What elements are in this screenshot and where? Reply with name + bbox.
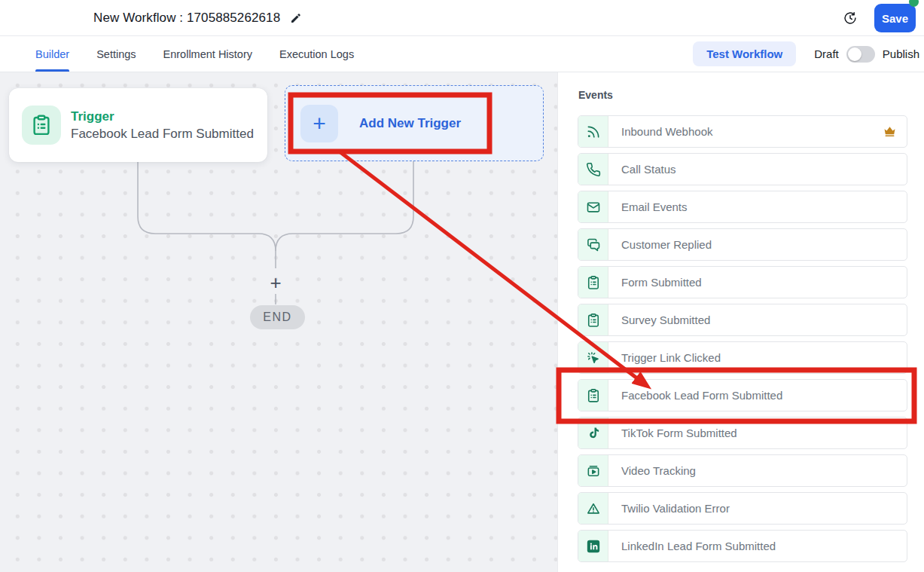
events-header: Events [578,89,924,101]
trigger-card-title: Trigger [71,109,254,124]
test-workflow-button[interactable]: Test Workflow [693,41,796,66]
event-item-label: Twilio Validation Error [621,502,730,515]
pencil-icon[interactable] [290,12,302,24]
events-sidebar: Events Inbound WebhookCall StatusEmail E… [557,72,924,572]
topbar-actions: Save [843,0,916,36]
save-button[interactable]: Save [874,4,916,32]
event-item-survey-submitted[interactable]: Survey Submitted [578,304,907,336]
tab-enrollment-history[interactable]: Enrollment History [163,36,252,72]
mail-icon [578,191,608,222]
event-list: Inbound WebhookCall StatusEmail EventsCu… [578,115,907,562]
top-bar: New Workflow : 1705885262618 Save [0,0,924,36]
publish-label: Publish [883,47,919,60]
chat-icon [578,229,608,260]
add-action-plus-button[interactable]: + [266,273,285,292]
clipboard-icon [22,106,61,145]
event-item-linkedin-lead-form-submitted[interactable]: LinkedIn Lead Form Submitted [578,530,907,562]
phone-icon [578,154,608,185]
event-item-form-submitted[interactable]: Form Submitted [578,266,907,298]
tab-bar: BuilderSettingsEnrollment HistoryExecuti… [0,36,924,72]
event-item-label: Facebook Lead Form Submitted [621,389,782,402]
rss-icon [578,116,608,147]
event-item-label: Trigger Link Clicked [621,351,721,364]
warning-icon [578,493,608,524]
tabbar-actions: Test Workflow Draft Publish [693,36,919,72]
video-icon [578,455,608,486]
event-item-email-events[interactable]: Email Events [578,191,907,223]
crown-icon [883,124,897,139]
event-item-label: Customer Replied [621,238,712,251]
tab-list: BuilderSettingsEnrollment HistoryExecuti… [35,36,354,72]
tab-execution-logs[interactable]: Execution Logs [279,36,354,72]
event-item-label: Form Submitted [621,276,702,289]
event-item-label: Call Status [621,163,676,176]
clipboard-icon [578,380,608,411]
toggle-knob [848,47,861,61]
tab-settings[interactable]: Settings [96,36,136,72]
tiktok-icon [578,418,608,448]
add-new-trigger-card[interactable]: + Add New Trigger [285,85,544,161]
draft-label: Draft [814,47,839,60]
trigger-node-card[interactable]: Trigger Facebook Lead Form Submitted [9,88,267,162]
event-item-label: TikTok Form Submitted [621,427,737,439]
event-item-label: Video Tracking [621,464,696,477]
trigger-card-subtitle: Facebook Lead Form Submitted [71,127,254,142]
event-item-label: LinkedIn Lead Form Submitted [621,540,776,552]
event-item-call-status[interactable]: Call Status [578,153,907,185]
clipboard-icon [578,267,608,298]
event-item-video-tracking[interactable]: Video Tracking [578,454,907,487]
plus-icon: + [300,105,338,142]
draft-publish-toggle[interactable] [846,46,875,63]
clipboard-icon [578,304,608,335]
event-item-trigger-link-clicked[interactable]: Trigger Link Clicked [578,341,907,374]
event-item-twilio-validation-error[interactable]: Twilio Validation Error [578,492,907,525]
event-item-customer-replied[interactable]: Customer Replied [578,228,907,261]
event-item-label: Inbound Webhook [621,125,713,138]
event-item-tiktok-form-submitted[interactable]: TikTok Form Submitted [578,417,907,449]
unsaved-changes-dot [909,0,919,7]
page-title: New Workflow : 1705885262618 [93,11,280,26]
history-clock-icon[interactable] [843,11,858,26]
workflow-canvas[interactable]: Trigger Facebook Lead Form Submitted + A… [0,72,557,572]
event-item-facebook-lead-form-submitted[interactable]: Facebook Lead Form Submitted [578,379,907,411]
tab-builder[interactable]: Builder [35,36,69,72]
event-item-label: Survey Submitted [621,314,710,326]
add-new-trigger-label: Add New Trigger [359,116,461,131]
workflow-title-wrap: New Workflow : 1705885262618 [93,0,302,36]
trigger-card-text: Trigger Facebook Lead Form Submitted [71,109,254,142]
event-item-label: Email Events [621,200,688,213]
event-item-inbound-webhook[interactable]: Inbound Webhook [578,115,907,148]
workflow-builder-app: New Workflow : 1705885262618 Save Builde… [0,0,924,572]
linkedin-icon [578,531,608,561]
end-node: END [250,305,305,329]
click-icon [578,342,608,373]
